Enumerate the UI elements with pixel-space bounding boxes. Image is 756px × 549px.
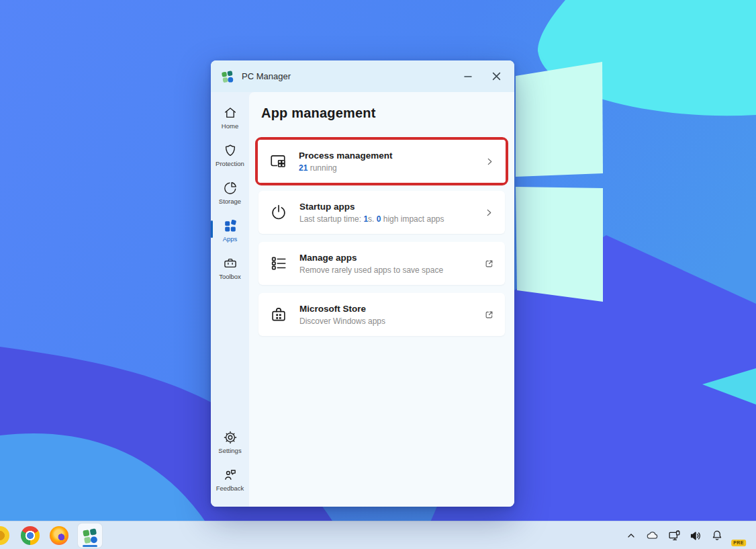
onedrive-cloud-icon[interactable] — [645, 527, 661, 544]
sidebar-item-settings[interactable]: Settings — [211, 423, 249, 461]
sidebar-item-apps[interactable]: Apps — [211, 212, 249, 249]
sidebar-item-label: Home — [222, 122, 238, 130]
card-subtitle: Last startup time: 1s. 0 high impact app… — [299, 214, 444, 224]
chevron-up-icon[interactable] — [623, 527, 639, 544]
pc-manager-window: PC Manager Home Protection — [211, 60, 514, 507]
feedback-icon — [223, 468, 238, 482]
store-bag-icon — [270, 306, 287, 323]
sidebar-item-label: Settings — [218, 447, 241, 454]
card-manage-apps[interactable]: Manage apps Remove rarely used apps to s… — [258, 242, 505, 285]
external-link-icon — [484, 259, 494, 269]
card-startup-apps[interactable]: Startup apps Last startup time: 1s. 0 hi… — [258, 191, 505, 234]
external-link-icon — [484, 310, 494, 320]
pc-manager-taskbar-button[interactable] — [77, 523, 103, 548]
card-subtitle: 21 running — [299, 163, 393, 173]
toolbox-icon — [223, 256, 238, 271]
apps-icon — [223, 218, 238, 233]
window-title: PC Manager — [242, 71, 291, 81]
card-title: Startup apps — [299, 202, 444, 212]
chrome-canary-icon[interactable] — [0, 526, 9, 545]
gear-icon — [223, 430, 238, 445]
card-subtitle: Discover Windows apps — [299, 316, 385, 326]
minimize-button[interactable] — [454, 65, 482, 88]
sidebar-item-label: Protection — [216, 160, 244, 167]
sidebar-item-label: Apps — [223, 235, 238, 243]
chrome-icon[interactable] — [21, 526, 40, 545]
sidebar-item-protection[interactable]: Protection — [211, 136, 249, 174]
pc-manager-logo-icon — [82, 527, 99, 544]
system-tray: PRE — [623, 521, 747, 549]
storage-pie-icon — [223, 181, 238, 196]
sidebar-item-storage[interactable]: Storage — [211, 174, 249, 212]
page-title: App management — [261, 105, 505, 121]
process-management-icon — [269, 153, 287, 170]
copilot-button[interactable]: PRE — [730, 525, 747, 546]
volume-icon[interactable] — [688, 527, 704, 544]
card-title: Process management — [299, 151, 393, 161]
close-button[interactable] — [482, 65, 510, 88]
window-titlebar[interactable]: PC Manager — [211, 60, 514, 92]
card-process-management[interactable]: Process management 21 running — [258, 140, 506, 183]
power-icon — [270, 204, 287, 221]
card-subtitle: Remove rarely used apps to save space — [299, 265, 443, 275]
copilot-pre-badge: PRE — [731, 540, 746, 546]
card-title: Manage apps — [299, 253, 443, 263]
close-icon — [492, 72, 501, 81]
card-title: Microsoft Store — [299, 304, 385, 314]
card-microsoft-store[interactable]: Microsoft Store Discover Windows apps — [258, 293, 505, 336]
app-management-page: App management Process management 21 run… — [249, 92, 514, 507]
sidebar: Home Protection Storage Apps — [211, 92, 249, 507]
home-icon — [223, 105, 238, 120]
active-indicator — [211, 220, 213, 238]
pc-manager-logo-icon — [221, 70, 234, 83]
sidebar-item-label: Storage — [219, 198, 241, 205]
running-indicator — [83, 545, 97, 547]
sidebar-item-feedback[interactable]: Feedback — [211, 461, 249, 499]
chevron-right-icon — [485, 157, 495, 167]
chevron-right-icon — [484, 208, 494, 218]
sidebar-item-home[interactable]: Home — [211, 99, 249, 136]
shield-icon — [223, 143, 238, 158]
network-icon[interactable] — [666, 527, 682, 544]
sidebar-item-toolbox[interactable]: Toolbox — [211, 249, 249, 287]
taskbar: PRE — [0, 521, 756, 549]
app-list-icon — [270, 255, 287, 272]
sidebar-item-label: Toolbox — [219, 273, 241, 280]
red-highlight-box: Process management 21 running — [255, 137, 508, 185]
minimize-icon — [464, 73, 472, 81]
notifications-bell-icon[interactable] — [709, 527, 725, 544]
sidebar-item-label: Feedback — [216, 484, 244, 492]
firefox-icon[interactable] — [50, 526, 68, 545]
